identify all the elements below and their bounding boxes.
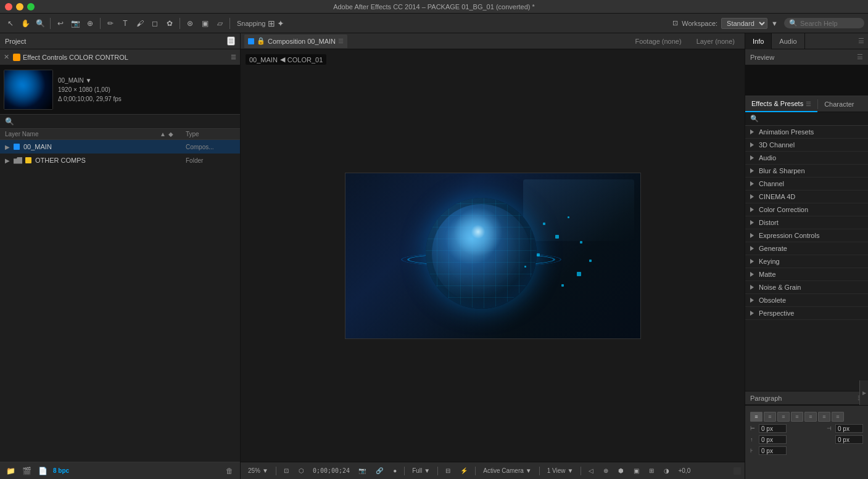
effect-category-obsolete[interactable]: Obsolete xyxy=(745,294,868,307)
justify-center-btn[interactable]: ≡ xyxy=(804,412,817,422)
effect-controls-menu[interactable]: ☰ xyxy=(231,54,236,60)
resolution-btn[interactable]: ⊟ xyxy=(442,466,454,475)
project-item-00main[interactable]: ▶ 00_MAIN Compos... xyxy=(0,140,240,154)
comp-tab-menu[interactable]: ☰ xyxy=(338,38,344,44)
space-after-field[interactable]: 0 px xyxy=(835,435,863,444)
breadcrumb-color[interactable]: COLOR_01 xyxy=(287,56,323,63)
active-camera-btn[interactable]: Active Camera ▼ xyxy=(479,466,535,475)
effect-category-color-correction[interactable]: Color Correction xyxy=(745,203,868,216)
effect-category-perspective[interactable]: Perspective xyxy=(745,307,868,320)
composition-tab[interactable]: 🔒 Composition 00_MAIN ☰ xyxy=(244,35,347,48)
selection-tool[interactable]: ↖ xyxy=(4,17,17,30)
new-folder-btn[interactable]: 📁 xyxy=(5,465,16,477)
project-menu-button[interactable]: ☰ xyxy=(227,36,235,46)
canvas-btn[interactable]: ⬢ xyxy=(614,466,627,475)
zoom-tool[interactable]: 🔍 xyxy=(33,17,47,30)
rotation-tool[interactable]: ↩ xyxy=(54,17,67,30)
text-tool[interactable]: T xyxy=(118,17,132,30)
camera-tool[interactable]: 📷 xyxy=(68,17,82,30)
region-btn[interactable]: ▣ xyxy=(630,466,643,475)
close-button[interactable] xyxy=(5,3,12,10)
effect-category-noise-grain[interactable]: Noise & Grain xyxy=(745,281,868,294)
justify-right-btn[interactable]: ≡ xyxy=(818,412,830,422)
workspace-dropdown-icon[interactable]: ▼ xyxy=(771,20,778,27)
search-help-area[interactable]: 🔍 xyxy=(784,18,864,28)
minimize-button[interactable] xyxy=(16,3,23,10)
preview-menu[interactable]: ☰ xyxy=(857,53,863,61)
effect-category-channel[interactable]: Channel xyxy=(745,178,868,190)
breadcrumb-main[interactable]: 00_MAIN xyxy=(249,56,278,63)
effect-category-audio[interactable]: Audio xyxy=(745,152,868,165)
footage-tab[interactable]: Footage (none) xyxy=(629,38,687,45)
effect-category-distort[interactable]: Distort xyxy=(745,216,868,229)
anchor-tool[interactable]: ⊛ xyxy=(183,17,197,30)
character-tab[interactable]: Character xyxy=(818,96,860,112)
view-layout-btn[interactable]: 1 View ▼ xyxy=(544,466,577,475)
grid-btn[interactable]: ⊞ xyxy=(645,466,658,475)
info-panel-menu[interactable]: ☰ xyxy=(854,37,868,45)
effect-category-animation-presets[interactable]: Animation Presets xyxy=(745,126,868,139)
brush-tool[interactable]: 🖌 xyxy=(133,17,147,30)
effect-category-3d-channel[interactable]: 3D Channel xyxy=(745,139,868,152)
show-channel-btn[interactable]: 🔗 xyxy=(372,466,387,475)
delete-btn[interactable]: 🗑 xyxy=(224,465,235,477)
character-tab-label: Character xyxy=(824,100,854,108)
zoom-control[interactable]: 25% ▼ xyxy=(244,466,272,475)
effects-search-bar[interactable]: 🔍 xyxy=(745,112,868,126)
effect-category-expression-controls[interactable]: Expression Controls xyxy=(745,229,868,242)
align-center-btn[interactable]: ≡ xyxy=(764,412,776,422)
space-before-field[interactable]: 0 px xyxy=(759,435,787,444)
snapping-area[interactable]: Snapping ⊞ ✦ xyxy=(237,18,284,28)
mask-tool[interactable]: ▣ xyxy=(198,17,212,30)
effects-presets-tab[interactable]: Effects & Presets ☰ xyxy=(745,96,817,112)
hand-tool[interactable]: ✋ xyxy=(19,17,32,30)
fit-to-comp-btn[interactable]: ⊡ xyxy=(280,466,292,475)
layer-tab[interactable]: Layer (none) xyxy=(690,38,741,45)
render-btn[interactable]: ⊕ xyxy=(600,466,612,475)
new-comp-btn[interactable]: 🎬 xyxy=(21,465,32,477)
puppet-tool[interactable]: ✿ xyxy=(163,17,176,30)
indent-left-field[interactable]: 0 px xyxy=(759,424,787,433)
effect-category-generate[interactable]: Generate xyxy=(745,242,868,255)
project-search-input[interactable] xyxy=(17,118,235,125)
indent-right-field[interactable]: 0 px xyxy=(835,424,863,433)
shape-tool[interactable]: ▱ xyxy=(213,17,226,30)
project-preview: 00_MAIN ▼ 1920 × 1080 (1,00) Δ 0;00;10;0… xyxy=(0,65,240,115)
snapshot-btn[interactable]: 📷 xyxy=(355,466,370,475)
app-title: Adobe After Effects CC 2014 – PACKAGE 01… xyxy=(333,3,535,10)
effect-controls-close[interactable]: ✕ xyxy=(4,53,9,61)
comp-flow-btn[interactable]: ◁ xyxy=(585,466,597,475)
alpha-overlay-btn[interactable]: ◑ xyxy=(660,466,673,475)
effect-category-matte[interactable]: Matte xyxy=(745,268,868,281)
collapse-panel-btn[interactable] xyxy=(734,467,741,475)
effect-category-blur-sharpen[interactable]: Blur & Sharpen xyxy=(745,165,868,178)
search-help-input[interactable] xyxy=(800,20,862,27)
color-mgmt-btn[interactable]: ● xyxy=(389,466,400,475)
particle-4 xyxy=(580,241,582,244)
effects-tab-menu[interactable]: ☰ xyxy=(806,100,811,107)
justify-left-btn[interactable]: ≡ xyxy=(791,412,803,422)
quality-btn[interactable]: Full ▼ xyxy=(408,466,434,475)
pan-tool[interactable]: ⊕ xyxy=(83,17,97,30)
project-item-othercomps[interactable]: ▶ OTHER COMPS Folder xyxy=(0,154,240,167)
align-right-btn[interactable]: ≡ xyxy=(777,412,790,422)
audio-tab[interactable]: Audio xyxy=(772,33,804,49)
cinema4d-arrow xyxy=(750,194,754,199)
workspace-select[interactable]: Standard xyxy=(721,18,767,29)
indent-first-field[interactable]: 0 px xyxy=(759,446,787,455)
fast-preview-btn[interactable]: ⚡ xyxy=(457,466,471,475)
effect-category-keying[interactable]: Keying xyxy=(745,255,868,268)
maximize-button[interactable] xyxy=(27,3,35,10)
info-tab[interactable]: Info xyxy=(745,33,772,49)
project-search[interactable]: 🔍 xyxy=(0,115,240,129)
new-item-btn[interactable]: 📄 xyxy=(37,465,48,477)
pen-tool[interactable]: ✏ xyxy=(104,17,117,30)
effect-category-cinema4d[interactable]: CINEMA 4D xyxy=(745,190,868,203)
align-left-btn[interactable]: ≡ xyxy=(750,412,763,422)
effects-search-input[interactable] xyxy=(761,115,863,123)
particle-3 xyxy=(568,216,569,218)
justify-all-btn[interactable]: ≡ xyxy=(832,412,844,422)
eraser-tool[interactable]: ◻ xyxy=(148,17,162,30)
collapse-right-btn[interactable]: ▶ xyxy=(859,380,868,405)
draft-3d-btn[interactable]: ⬡ xyxy=(295,466,308,475)
